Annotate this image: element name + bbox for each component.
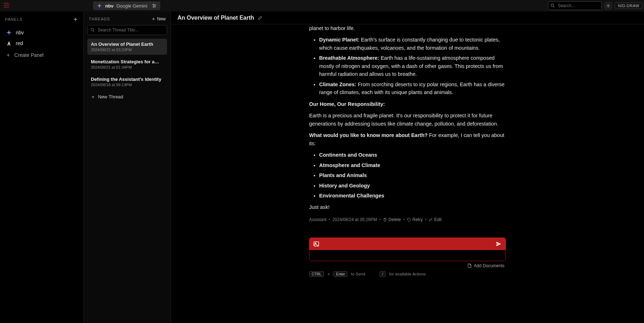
kbd-ctrl: CTRL <box>309 271 324 277</box>
assistant-message: planet to harbor life. Dynamic Planet: E… <box>302 24 513 223</box>
svg-point-5 <box>91 28 93 31</box>
edit-icon <box>429 217 433 222</box>
tune-icon[interactable] <box>152 3 157 8</box>
create-panel-label: Create Panel <box>14 52 44 58</box>
bullet-label: Dynamic Planet: <box>319 37 360 43</box>
edit-button[interactable]: Edit <box>429 216 442 223</box>
separator: • <box>425 216 426 223</box>
paragraph: Just ask! <box>309 203 506 211</box>
threads-sidebar: THREADS New An Overview of Planet Earth … <box>84 11 171 323</box>
edit-label: Edit <box>434 216 442 223</box>
thread-item[interactable]: Defining the Assistant's Identity 2024/0… <box>87 74 167 90</box>
thread-title: Monetization Strategies for a… <box>91 59 164 64</box>
svg-point-4 <box>608 5 609 6</box>
settings-button[interactable] <box>605 2 612 9</box>
conversation-title: An Overview of Planet Earth <box>177 15 254 21</box>
text-fragment: planet to harbor life. <box>309 24 506 32</box>
kbd-slash: / <box>380 271 386 277</box>
separator: • <box>379 216 381 223</box>
list-item: History and Geology <box>319 182 506 190</box>
threads-header: THREADS New <box>87 16 167 21</box>
retry-label: Retry <box>413 216 423 223</box>
delete-label: Delete <box>389 216 401 223</box>
app-body: PANELS nbv red Create Panel THRE <box>0 11 644 323</box>
new-thread-top-button[interactable]: New <box>151 16 166 21</box>
thread-title: Defining the Assistant's Identity <box>91 77 164 82</box>
add-panel-icon[interactable] <box>73 16 78 22</box>
retry-icon <box>407 217 411 222</box>
svg-point-1 <box>155 5 155 6</box>
composer-area: Add Documents CTRL + Enter to Send / for… <box>302 238 513 284</box>
topic: Plants and Animals <box>319 172 367 178</box>
list-item: Continents and Oceans <box>319 151 506 159</box>
new-thread-button[interactable]: New Thread <box>87 91 167 102</box>
model-full-name: Google Gemini <box>116 3 147 9</box>
search-icon <box>90 28 95 33</box>
list-item: Environmental Challenges <box>319 192 506 200</box>
hint-to-send: to Send <box>351 272 365 276</box>
paragraph: Earth is a precious and fragile planet. … <box>309 112 506 128</box>
conversation-pane: An Overview of Planet Earth planet to ha… <box>171 11 644 323</box>
panels-header: PANELS <box>4 16 80 22</box>
thread-search-input[interactable] <box>87 25 167 35</box>
thread-search <box>87 25 167 35</box>
meta-role: Assistant <box>309 216 327 223</box>
edit-title-icon[interactable] <box>258 15 263 20</box>
panels-header-label: PANELS <box>5 17 23 21</box>
svg-point-3 <box>551 4 554 6</box>
list-item: Atmosphere and Climate <box>319 161 506 169</box>
panel-item-nbv[interactable]: nbv <box>4 27 80 38</box>
list-item: Climate Zones: From scorching deserts to… <box>319 80 506 97</box>
search-input[interactable] <box>548 1 602 10</box>
add-documents-label: Add Documents <box>474 263 504 268</box>
retry-button[interactable]: Retry <box>407 216 423 223</box>
draw-badge[interactable]: NID-DRAW <box>615 3 643 9</box>
plus-icon <box>6 53 11 58</box>
new-label: New <box>157 16 166 21</box>
thread-item[interactable]: An Overview of Planet Earth 2024/08/22 a… <box>87 39 167 55</box>
topic: Environmental Challenges <box>319 193 384 199</box>
top-bar: nbv Google Gemini NID-DRAW <box>0 0 644 11</box>
list-item: Plants and Animals <box>319 171 506 179</box>
bold-text: What would you like to know more about E… <box>309 132 428 138</box>
composer <box>309 238 506 261</box>
separator: • <box>403 216 405 223</box>
composer-toolbar <box>309 238 506 250</box>
model-short-name: nbv <box>105 3 113 9</box>
model-selector[interactable]: nbv Google Gemini <box>93 1 160 10</box>
list-item: Dynamic Planet: Earth's surface is const… <box>319 36 506 52</box>
app-logo[interactable] <box>1 1 11 11</box>
keyboard-hints: CTRL + Enter to Send / for available Act… <box>309 271 506 277</box>
spark-icon <box>6 29 12 36</box>
thread-title: An Overview of Planet Earth <box>91 41 164 47</box>
message-meta: Assistant • 2024/08/24 at 05:28PM • Dele… <box>309 216 506 223</box>
composer-input[interactable] <box>309 250 506 261</box>
topbar-right: NID-DRAW <box>548 1 643 10</box>
svg-point-0 <box>153 4 153 5</box>
threads-header-label: THREADS <box>89 17 110 21</box>
svg-point-2 <box>153 6 154 7</box>
panel-item-label: nbv <box>16 30 24 35</box>
hint-actions: for available Actions <box>389 272 426 276</box>
thread-timestamp: 2024/08/18 at 09:13PM <box>91 83 164 87</box>
spark-icon <box>97 3 102 9</box>
add-documents-button[interactable]: Add Documents <box>309 261 506 268</box>
global-search <box>548 1 602 10</box>
list-item: Breathable Atmosphere: Earth has a life-… <box>319 54 506 78</box>
bullet-label: Climate Zones: <box>319 82 356 87</box>
thread-timestamp: 2024/08/21 at 01:34PM <box>91 65 164 69</box>
create-panel-button[interactable]: Create Panel <box>4 49 80 60</box>
topic: Continents and Oceans <box>319 152 377 158</box>
topic: Atmosphere and Climate <box>319 162 380 168</box>
thread-item[interactable]: Monetization Strategies for a… 2024/08/2… <box>87 56 167 72</box>
send-icon[interactable] <box>496 241 502 247</box>
conversation-header: An Overview of Planet Earth <box>171 11 644 24</box>
plus-text: + <box>327 272 330 276</box>
panels-sidebar: PANELS nbv red Create Panel <box>0 11 84 323</box>
topic: History and Geology <box>319 183 370 189</box>
panel-item-red[interactable]: red <box>4 38 80 49</box>
image-icon[interactable] <box>313 241 319 247</box>
panel-item-label: red <box>16 40 23 46</box>
delete-button[interactable]: Delete <box>383 216 401 223</box>
anthropic-icon <box>6 40 12 47</box>
